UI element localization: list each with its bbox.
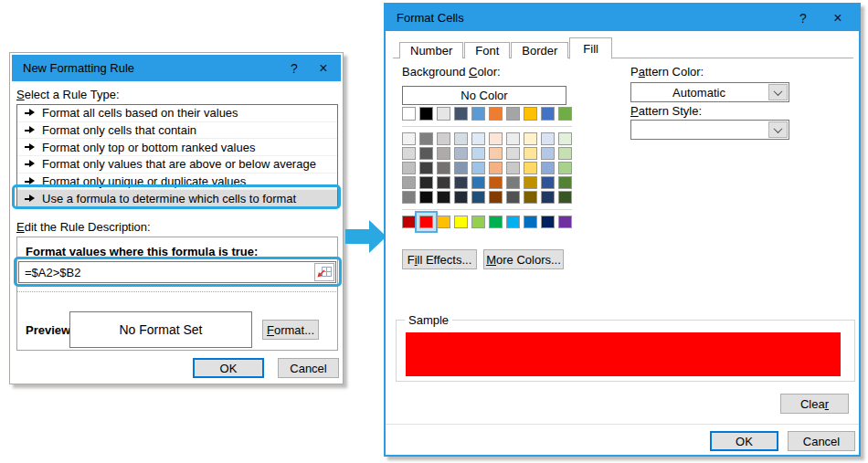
color-swatch[interactable] xyxy=(558,147,572,160)
close-icon[interactable]: × xyxy=(310,55,337,81)
color-swatch[interactable] xyxy=(541,191,555,204)
rule-type-item[interactable]: Format only cells that contain xyxy=(17,122,337,140)
color-swatch[interactable] xyxy=(489,191,503,204)
color-swatch[interactable] xyxy=(524,176,537,189)
color-swatch[interactable] xyxy=(524,132,537,145)
color-swatch[interactable] xyxy=(437,132,450,145)
color-swatch[interactable] xyxy=(558,191,572,204)
cancel-button[interactable]: Cancel xyxy=(788,431,855,451)
color-swatch[interactable] xyxy=(402,147,416,160)
color-swatch[interactable] xyxy=(471,132,485,145)
color-swatch[interactable] xyxy=(541,176,555,189)
color-swatch[interactable] xyxy=(402,162,416,174)
color-swatch[interactable] xyxy=(541,162,555,174)
color-swatch[interactable] xyxy=(558,216,572,228)
color-swatch[interactable] xyxy=(437,162,450,174)
tab-number[interactable]: Number xyxy=(399,42,463,58)
color-swatch[interactable] xyxy=(489,162,503,174)
color-swatch[interactable] xyxy=(437,216,450,228)
color-swatch[interactable] xyxy=(506,176,520,189)
color-swatch[interactable] xyxy=(489,216,503,228)
color-swatch[interactable] xyxy=(506,147,520,160)
color-swatch[interactable] xyxy=(524,191,537,204)
color-swatch[interactable] xyxy=(558,162,572,174)
tab-border[interactable]: Border xyxy=(511,42,568,58)
color-swatch[interactable] xyxy=(506,107,520,121)
color-swatch[interactable] xyxy=(402,191,416,204)
pattern-style-dropdown-button[interactable] xyxy=(768,121,788,138)
color-swatch[interactable] xyxy=(419,107,433,121)
color-swatch[interactable] xyxy=(437,147,450,160)
color-swatch[interactable] xyxy=(437,191,450,204)
formula-input[interactable] xyxy=(19,266,314,279)
color-swatch[interactable] xyxy=(524,107,537,121)
color-swatch[interactable] xyxy=(471,216,485,228)
color-swatch[interactable] xyxy=(541,132,555,145)
tab-font[interactable]: Font xyxy=(464,42,510,58)
no-color-button[interactable]: No Color xyxy=(402,86,566,105)
clear-button[interactable]: Clear xyxy=(780,394,849,414)
color-swatch[interactable] xyxy=(471,147,485,160)
color-swatch[interactable] xyxy=(454,162,468,174)
color-swatch[interactable] xyxy=(506,191,520,204)
color-swatch[interactable] xyxy=(419,191,433,204)
help-icon[interactable]: ? xyxy=(789,5,817,31)
color-swatch[interactable] xyxy=(471,176,485,189)
color-swatch[interactable] xyxy=(541,147,555,160)
rule-type-item[interactable]: Format only top or bottom ranked values xyxy=(17,139,337,156)
color-swatch[interactable] xyxy=(454,216,468,228)
color-swatch[interactable] xyxy=(454,132,468,145)
color-swatch[interactable] xyxy=(489,132,503,145)
color-swatch[interactable] xyxy=(419,132,433,145)
color-swatch[interactable] xyxy=(558,107,572,121)
color-swatch[interactable] xyxy=(419,162,433,174)
color-swatch[interactable] xyxy=(489,107,503,121)
color-swatch[interactable] xyxy=(524,216,537,228)
color-swatch[interactable] xyxy=(471,107,485,121)
color-swatch[interactable] xyxy=(454,191,468,204)
color-swatch[interactable] xyxy=(524,162,537,174)
ok-button[interactable]: OK xyxy=(710,431,778,451)
format-cells-titlebar[interactable]: Format Cells ? × xyxy=(386,5,859,31)
color-swatch[interactable] xyxy=(454,176,468,189)
color-swatch[interactable] xyxy=(402,132,416,145)
color-swatch[interactable] xyxy=(471,162,485,174)
rule-type-item[interactable]: Format all cells based on their values xyxy=(17,105,337,122)
color-swatch[interactable] xyxy=(489,176,503,189)
more-colors-button[interactable]: More Colors... xyxy=(483,249,564,269)
color-swatch[interactable] xyxy=(524,147,537,160)
color-swatch[interactable] xyxy=(402,216,416,228)
pattern-color-dropdown-button[interactable] xyxy=(768,84,788,100)
color-swatch[interactable] xyxy=(437,176,450,189)
color-swatch[interactable] xyxy=(419,176,433,189)
new-formatting-rule-titlebar[interactable]: New Formatting Rule ? × xyxy=(12,55,341,81)
color-swatch[interactable] xyxy=(506,162,520,174)
color-swatch[interactable] xyxy=(541,107,555,121)
color-swatch[interactable] xyxy=(489,147,503,160)
color-swatch[interactable] xyxy=(558,176,572,189)
color-swatch[interactable] xyxy=(454,107,468,121)
cancel-button[interactable]: Cancel xyxy=(278,358,339,378)
color-swatch[interactable] xyxy=(541,216,555,228)
ok-button[interactable]: OK xyxy=(193,358,264,378)
color-swatch[interactable] xyxy=(471,191,485,204)
format-button[interactable]: Format... xyxy=(262,320,319,340)
pattern-style-combo[interactable] xyxy=(630,120,789,140)
rule-type-item[interactable]: Use a formula to determine which cells t… xyxy=(17,190,337,207)
close-icon[interactable]: × xyxy=(824,5,852,31)
color-swatch[interactable] xyxy=(558,132,572,145)
color-swatch[interactable] xyxy=(506,132,520,145)
color-swatch[interactable] xyxy=(454,147,468,160)
help-icon[interactable]: ? xyxy=(281,55,308,81)
color-swatch[interactable] xyxy=(506,216,520,228)
range-picker-icon[interactable] xyxy=(314,263,334,281)
fill-effects-button[interactable]: Fill Effects... xyxy=(402,249,477,269)
color-swatch[interactable] xyxy=(402,176,416,189)
color-swatch[interactable] xyxy=(419,216,433,228)
tab-fill[interactable]: Fill xyxy=(569,37,612,59)
pattern-color-combo[interactable]: Automatic xyxy=(630,82,789,102)
color-swatch[interactable] xyxy=(419,147,433,160)
color-swatch[interactable] xyxy=(402,107,416,121)
color-swatch[interactable] xyxy=(437,107,450,121)
rule-type-item[interactable]: Format only values that are above or bel… xyxy=(17,156,337,174)
